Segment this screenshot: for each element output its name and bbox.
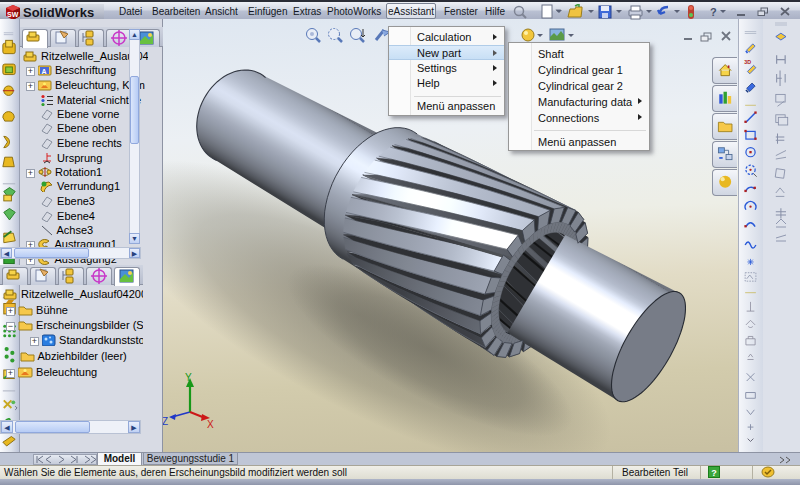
svg-text:SW: SW [7, 11, 19, 18]
svg-text:A: A [42, 68, 47, 75]
svg-text:Y: Y [185, 372, 192, 383]
svg-text:X: X [207, 419, 214, 430]
svg-text:3D: 3D [744, 59, 751, 65]
svg-text:Z: Z [163, 416, 168, 427]
svg-text:?: ? [710, 6, 717, 18]
